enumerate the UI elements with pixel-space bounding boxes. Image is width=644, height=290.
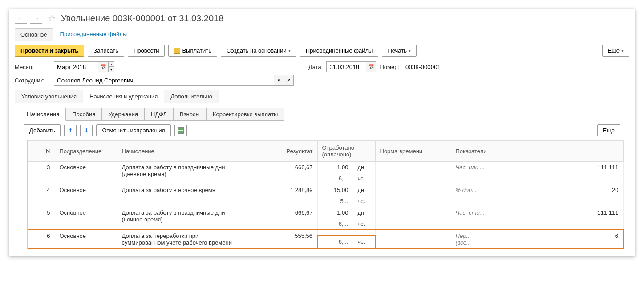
cell-worked-days: 1,00: [317, 162, 353, 173]
print-button[interactable]: Печать: [382, 45, 417, 57]
cell-worked-days: 15,00: [317, 184, 353, 196]
subtab-corrections[interactable]: Корректировки выплаты: [206, 108, 285, 121]
page-title: Увольнение 003К-000001 от 31.03.2018: [61, 13, 223, 24]
cell-unit-hours: чс.: [353, 173, 375, 184]
cell-unit-hours: чс.: [353, 218, 375, 230]
cell-unit-days: дн.: [353, 184, 375, 196]
cell-n: 5: [28, 207, 55, 230]
cell-result: 555,56: [242, 230, 317, 249]
employee-open-icon[interactable]: ↗: [284, 75, 294, 86]
col-result[interactable]: Результат: [242, 141, 317, 162]
subtab-benefits[interactable]: Пособия: [65, 108, 102, 121]
employee-input[interactable]: [54, 75, 274, 86]
table-row[interactable]: 6ОсновноеДоплата за переработки при сумм…: [28, 230, 623, 236]
cell-ind-label: % доп...: [451, 184, 491, 207]
cell-ind-label: Час. сто...: [451, 207, 491, 230]
cell-n: 6: [28, 230, 55, 249]
cell-worked-days: 1,00: [317, 207, 353, 219]
subtab-contributions[interactable]: Взносы: [173, 108, 207, 121]
sub-tabs: Начисления Пособия Удержания НДФЛ Взносы…: [9, 103, 635, 121]
table-row[interactable]: 5ОсновноеДоплата за работу в праздничные…: [28, 207, 623, 219]
employee-label: Сотрудник:: [15, 77, 50, 84]
move-down-icon[interactable]: ⬇: [80, 125, 93, 136]
col-accrual[interactable]: Начисление: [117, 141, 242, 162]
cell-unit-hours: чс.: [353, 236, 375, 249]
nav-tab-main[interactable]: Основное: [15, 28, 53, 41]
form-row-employee: Сотрудник: ▾ ↗: [9, 74, 635, 87]
calendar-icon[interactable]: 📅: [98, 61, 108, 72]
table-header-row: N Подразделение Начисление Результат Отр…: [28, 141, 623, 162]
cell-dept: Основное: [55, 184, 117, 207]
cell-unit-hours: чс.: [353, 196, 375, 207]
cell-dept: Основное: [55, 230, 117, 249]
date-input[interactable]: [326, 61, 366, 72]
forward-button[interactable]: →: [30, 13, 42, 24]
cell-worked-hours: 6,...: [317, 173, 353, 184]
cell-worked-days: [317, 230, 353, 236]
cell-worked-hours: 5...: [317, 196, 353, 207]
col-dept[interactable]: Подразделение: [55, 141, 117, 162]
table-settings-icon[interactable]: [174, 125, 187, 136]
cell-unit-days: дн.: [353, 162, 375, 173]
nav-tabs: Основное Присоединенные файлы: [9, 27, 635, 41]
cell-accrual: Доплата за переработки при суммированном…: [117, 230, 242, 249]
month-up[interactable]: ▲: [108, 61, 114, 67]
col-norm[interactable]: Норма времени: [375, 141, 451, 162]
table-row[interactable]: 3ОсновноеДоплата за работу в праздничные…: [28, 162, 623, 173]
cancel-fix-button[interactable]: Отменить исправления: [96, 124, 170, 136]
back-button[interactable]: ←: [15, 13, 27, 24]
cell-dept: Основное: [55, 207, 117, 230]
date-calendar-icon[interactable]: 📅: [366, 61, 376, 72]
more-button[interactable]: Еще: [602, 45, 629, 57]
month-down[interactable]: ▼: [108, 67, 114, 72]
table-toolbar: Добавить ⬆ ⬇ Отменить исправления Еще: [9, 121, 635, 140]
cell-result: 666,67: [242, 162, 317, 184]
inner-tabs: Условия увольнения Начисления и удержани…: [9, 87, 635, 103]
toolbar: Провести и закрыть Записать Провести Вып…: [9, 41, 635, 60]
cell-ind-label: Пер... (все...: [451, 230, 491, 249]
attached-files-button[interactable]: Присоединенные файлы: [300, 45, 379, 57]
tab-additional[interactable]: Дополнительно: [164, 90, 219, 103]
cell-result: 666,67: [242, 207, 317, 230]
col-n[interactable]: N: [28, 141, 55, 162]
date-label: Дата:: [308, 64, 323, 70]
nav-tab-files[interactable]: Присоединенные файлы: [55, 28, 133, 41]
money-icon: [174, 48, 180, 54]
cell-n: 3: [28, 162, 55, 184]
employee-select-icon[interactable]: ▾: [274, 75, 284, 86]
cell-n: 4: [28, 184, 55, 207]
header-bar: ← → ☆ Увольнение 003К-000001 от 31.03.20…: [9, 9, 635, 27]
col-worked[interactable]: Отработано (оплачено): [317, 141, 375, 162]
move-up-icon[interactable]: ⬆: [64, 125, 77, 136]
cell-accrual: Доплата за работу в праздничные дни (дне…: [117, 162, 242, 184]
table-row[interactable]: 4ОсновноеДоплата за работу в ночное врем…: [28, 184, 623, 196]
subtab-accruals[interactable]: Начисления: [20, 108, 66, 121]
cell-ind-val: 6: [491, 230, 623, 249]
form-row-month: Месяц: 📅 ▲ ▼ Дата: 📅 Номер:: [9, 60, 635, 74]
create-based-button[interactable]: Создать на основании: [221, 45, 296, 57]
save-button[interactable]: Записать: [88, 45, 124, 57]
subtab-ndfl[interactable]: НДФЛ: [144, 108, 174, 121]
cell-norm: [375, 162, 451, 184]
cell-norm: [375, 207, 451, 230]
cell-unit-days: дн.: [353, 207, 375, 219]
cell-ind-val: 20: [491, 184, 623, 207]
tab-accruals[interactable]: Начисления и удержания: [83, 90, 164, 103]
cell-worked-hours: 6,...: [317, 218, 353, 230]
month-input[interactable]: [54, 61, 98, 72]
cell-accrual: Доплата за работу в праздничные дни (ноч…: [117, 207, 242, 230]
month-label: Месяц:: [15, 64, 50, 70]
add-button[interactable]: Добавить: [24, 124, 61, 136]
cell-ind-val: 111,111: [491, 162, 623, 184]
post-close-button[interactable]: Провести и закрыть: [15, 45, 84, 57]
cell-ind-label: Час. или ...: [451, 162, 491, 184]
number-input: [403, 61, 452, 72]
col-indicators[interactable]: Показатели: [451, 141, 623, 162]
number-label: Номер:: [380, 64, 399, 70]
tab-conditions[interactable]: Условия увольнения: [15, 90, 83, 103]
table-more-button[interactable]: Еще: [597, 124, 620, 136]
post-button[interactable]: Провести: [128, 45, 165, 57]
favorite-icon[interactable]: ☆: [48, 13, 56, 24]
subtab-deductions[interactable]: Удержания: [101, 108, 145, 121]
pay-button[interactable]: Выплатить: [168, 45, 217, 57]
